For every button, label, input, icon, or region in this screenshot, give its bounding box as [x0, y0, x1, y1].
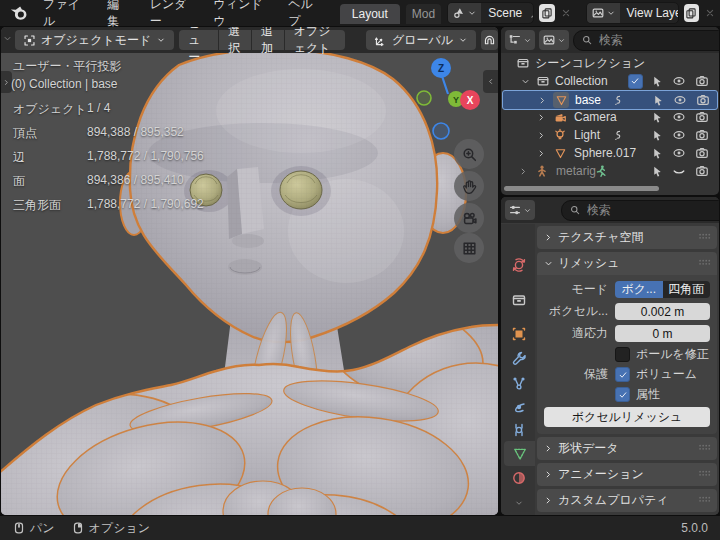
gizmo-axis-z-neg[interactable]	[433, 123, 449, 139]
hide-eye-icon[interactable]	[672, 92, 688, 108]
outliner-row-sphere[interactable]: Sphere.017	[501, 144, 719, 162]
scene-unlink-button[interactable]	[560, 7, 572, 19]
render-visibility-icon[interactable]	[694, 163, 710, 179]
outliner-search[interactable]	[573, 30, 719, 51]
transform-orientation-dropdown[interactable]: グローバル	[366, 30, 476, 50]
attributes-checkbox[interactable]	[615, 387, 630, 402]
properties-editor-type-button[interactable]	[505, 200, 535, 220]
menu-window[interactable]: ウィンドウ	[204, 0, 277, 26]
view-layer-remove-button[interactable]	[704, 7, 716, 19]
scene-name[interactable]: Scene	[481, 6, 529, 20]
expand-chevron-icon[interactable]	[533, 145, 549, 161]
hide-eye-icon[interactable]	[671, 73, 687, 89]
workspace-tab-layout[interactable]: Layout	[340, 4, 400, 24]
view-layer-new-button[interactable]	[684, 4, 699, 22]
tab-constraint-properties[interactable]	[504, 417, 534, 442]
panel-custom-properties[interactable]: カスタムプロパティ	[537, 489, 717, 512]
tab-collection-properties[interactable]	[504, 287, 534, 312]
workspace-tab-modeling[interactable]: Mod	[406, 4, 441, 24]
drag-dots-icon[interactable]	[697, 492, 711, 509]
editor-type-chevron-icon[interactable]	[2, 33, 13, 47]
menu-select[interactable]: 選択	[219, 30, 251, 50]
render-visibility-icon[interactable]	[694, 73, 710, 89]
fix-poles-checkbox[interactable]	[615, 347, 630, 362]
mode-dropdown[interactable]: オブジェクトモード	[15, 30, 174, 50]
gizmo-axis-y-neg[interactable]	[417, 91, 431, 105]
tab-particle-properties[interactable]	[504, 370, 534, 395]
expand-chevron-icon[interactable]	[515, 163, 531, 179]
view-layer-browse-button[interactable]	[587, 3, 620, 23]
drag-dots-icon[interactable]	[697, 440, 711, 457]
panel-geometry-data[interactable]: 形状データ	[537, 437, 717, 460]
menu-help[interactable]: ヘルプ	[278, 0, 330, 26]
render-visibility-icon[interactable]	[694, 109, 710, 125]
selectable-icon[interactable]	[650, 92, 666, 108]
tab-object-properties[interactable]	[504, 321, 534, 346]
expand-chevron-icon[interactable]	[517, 73, 533, 89]
selectable-icon[interactable]	[649, 163, 665, 179]
hide-eye-icon[interactable]	[671, 109, 687, 125]
tab-strip-overflow-chevron[interactable]	[504, 496, 534, 510]
voxel-size-field[interactable]: 0.002 m	[615, 303, 710, 320]
menu-add[interactable]: 追加	[252, 30, 284, 50]
expand-chevron-icon[interactable]	[533, 127, 549, 143]
zoom-button[interactable]	[454, 139, 484, 169]
tab-object-data-properties[interactable]	[504, 441, 535, 466]
menu-file[interactable]: ファイル	[33, 0, 95, 26]
camera-view-button[interactable]	[454, 203, 484, 233]
blender-logo-icon[interactable]	[8, 5, 27, 21]
panel-remesh-header[interactable]: リメッシュ	[537, 252, 717, 275]
voxel-remesh-button[interactable]: ボクセルリメッシュ	[544, 407, 710, 427]
properties-search-input[interactable]	[585, 202, 719, 218]
render-visibility-icon[interactable]	[694, 145, 710, 161]
snap-button-partial[interactable]	[481, 30, 498, 50]
scene-browse-button[interactable]	[448, 3, 481, 23]
adaptivity-field[interactable]: 0 m	[615, 325, 710, 342]
menu-render[interactable]: レンダー	[140, 0, 202, 26]
tab-world-properties[interactable]	[504, 252, 534, 277]
outliner-row-collection[interactable]: Collection	[501, 72, 719, 90]
hidden-eye-icon[interactable]	[671, 163, 687, 179]
panel-texture-space[interactable]: テクスチャ空間	[537, 226, 717, 249]
selectable-icon[interactable]	[649, 145, 665, 161]
outliner-filter-dropdown[interactable]	[539, 30, 569, 50]
panel-animation[interactable]: アニメーション	[537, 463, 717, 486]
selectable-icon[interactable]	[649, 73, 665, 89]
scene-new-button[interactable]	[539, 4, 554, 22]
pin-icon[interactable]	[529, 7, 534, 20]
remesh-mode-voxel-button[interactable]: ボク...	[615, 281, 663, 298]
menu-edit[interactable]: 編集	[97, 0, 138, 26]
orthographic-toggle-button[interactable]	[454, 233, 484, 263]
outliner-display-mode-dropdown[interactable]	[505, 30, 535, 50]
outliner-row-metarig[interactable]: metarig	[501, 162, 719, 180]
stat-value: 1,788,772 / 1,790,692	[87, 197, 204, 214]
drag-dots-icon[interactable]	[697, 229, 711, 246]
tab-modifier-properties[interactable]	[504, 345, 534, 370]
outliner-search-input[interactable]	[597, 32, 719, 48]
expand-chevron-icon[interactable]	[533, 109, 549, 125]
tab-material-properties[interactable]	[504, 465, 534, 490]
properties-search[interactable]	[561, 200, 719, 221]
hide-eye-icon[interactable]	[671, 145, 687, 161]
outliner-horizontal-scrollbar[interactable]	[504, 186, 659, 191]
outliner-row-camera[interactable]: Camera	[501, 108, 719, 126]
collection-checkbox[interactable]	[627, 73, 643, 89]
outliner-row-scene-collection[interactable]: シーンコレクション	[501, 54, 719, 72]
selectable-icon[interactable]	[649, 109, 665, 125]
expand-chevron-icon[interactable]	[534, 92, 550, 108]
tab-physics-properties[interactable]	[504, 394, 534, 419]
view-layer-name[interactable]: View Layer	[620, 6, 679, 20]
outliner-row-base[interactable]: base	[502, 90, 718, 110]
remesh-mode-quad-button[interactable]: 四角面	[663, 281, 711, 298]
hide-eye-icon[interactable]	[671, 127, 687, 143]
pan-button[interactable]	[454, 171, 484, 201]
render-visibility-icon[interactable]	[695, 92, 711, 108]
selectable-icon[interactable]	[649, 127, 665, 143]
menu-view[interactable]: ビュー	[179, 30, 218, 50]
render-visibility-icon[interactable]	[694, 127, 710, 143]
drag-dots-icon[interactable]	[697, 255, 711, 272]
preserve-volume-checkbox[interactable]	[615, 367, 630, 382]
drag-dots-icon[interactable]	[697, 466, 711, 483]
menu-object[interactable]: オブジェクト	[285, 30, 345, 50]
outliner-row-light[interactable]: Light	[501, 126, 719, 144]
